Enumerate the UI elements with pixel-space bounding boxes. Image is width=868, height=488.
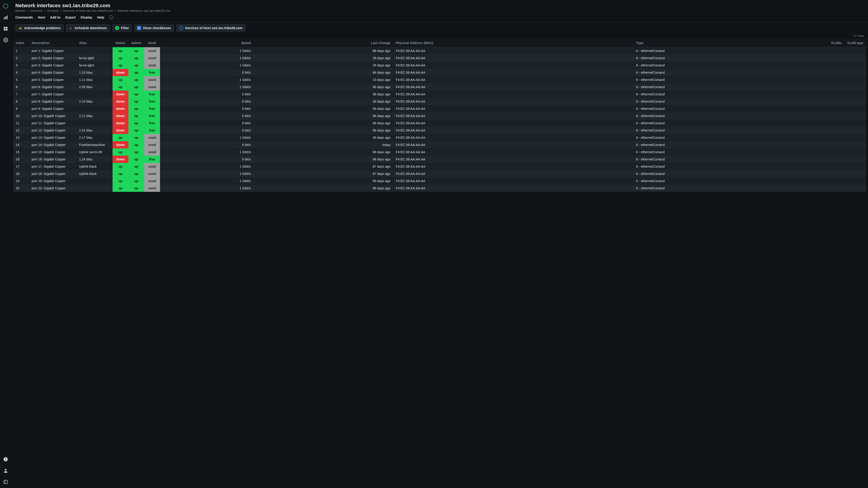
menubar: Commands Host Add to Export Display Help	[11, 13, 868, 22]
bars-icon[interactable]	[2, 13, 9, 21]
table-row[interactable]: 8port 8: Gigabit Copper2.10 blaudownupfr…	[13, 98, 866, 105]
cell-admin-label: up	[128, 105, 144, 112]
logo-icon[interactable]	[2, 2, 9, 10]
breadcrumb-item[interactable]: Network interfaces sw1.lan.tribe29.com	[118, 9, 170, 12]
cell-mac: F4:EC:38:AA:AA:AA	[393, 156, 633, 163]
breadcrumb-item[interactable]: Services of Host sw1.lan.tribe29.com	[63, 9, 113, 12]
cell-status: down	[113, 91, 128, 98]
th-type[interactable]: Type	[633, 39, 824, 47]
cell-vtype	[844, 105, 866, 112]
breadcrumb-item[interactable]: Overview	[30, 9, 43, 12]
table-wrap[interactable]: Index Description Alias Status Admin Use…	[11, 39, 868, 488]
cell-used: used	[144, 62, 160, 69]
menu-host[interactable]: Host	[38, 15, 45, 19]
cell-used-label: used	[144, 76, 160, 84]
th-alias[interactable]: Alias	[76, 39, 113, 47]
cell-admin-label: up	[128, 120, 144, 127]
cell-last: 96 days ago	[254, 112, 393, 120]
services-label: Services of Host sw1.lan.tribe29.com	[185, 26, 243, 30]
table-row[interactable]: 16port 16: Gigabit Copper1.24 blaudownup…	[13, 156, 866, 163]
cell-desc: port 9: Gigabit Copper	[29, 105, 76, 112]
info-icon[interactable]	[2, 455, 9, 463]
table-row[interactable]: 1port 1: Gigabit Copperupupused1 Gbit/s8…	[13, 47, 866, 55]
cell-speed: 1 Gbit/s	[160, 55, 254, 62]
menu-add-to[interactable]: Add to	[50, 15, 61, 19]
cell-vtype	[844, 141, 866, 149]
table-row[interactable]: 11port 11: Gigabit Copperdownupfree0 bit…	[13, 120, 866, 127]
table-row[interactable]: 6port 6: Gigabit Copper2.05 blauupupused…	[13, 84, 866, 91]
cell-vlans	[824, 185, 844, 192]
panel-icon[interactable]	[2, 478, 9, 486]
schedule-downtime-button[interactable]: Schedule downtimes	[66, 24, 110, 32]
th-vtype[interactable]: VLAN type	[844, 39, 866, 47]
cell-mac: F4:EC:38:AA:AA:AA	[393, 47, 633, 55]
th-speed[interactable]: Speed	[160, 39, 254, 47]
th-vlans[interactable]: VLANs	[824, 39, 844, 47]
menu-export[interactable]: Export	[65, 15, 76, 19]
cell-status-label: down	[113, 120, 128, 127]
table-row[interactable]: 9port 9: Gigabit Copperdownupfree0 bit/s…	[13, 105, 866, 112]
table-row[interactable]: 10port 10: Gigabit Copper2.11 blaudownup…	[13, 112, 866, 120]
user-icon[interactable]	[2, 467, 9, 475]
cell-status-label: up	[113, 163, 128, 170]
th-status[interactable]: Status	[113, 39, 128, 47]
menu-more-icon[interactable]	[109, 15, 113, 20]
cell-alias: 2.17 blau	[76, 134, 113, 141]
cell-vtype	[844, 55, 866, 62]
breadcrumb-sep: >	[44, 9, 46, 12]
cell-mac: F4:EC:38:AA:AA:AA	[393, 163, 633, 170]
table-row[interactable]: 12port 12: Gigabit Copper1.01 blaudownup…	[13, 127, 866, 134]
table-row[interactable]: 14port 14: Gigabit CopperFrankiermaschin…	[13, 141, 866, 149]
filter-button[interactable]: Filter	[112, 24, 132, 32]
table-row[interactable]: 3port 3: Gigabit Copperfw-ks-igb3upupuse…	[13, 62, 866, 69]
table-row[interactable]: 20port 20: Gigabit Copperupupused1 Gbit/…	[13, 185, 866, 192]
cell-type: 6 - ethernetCsmacd	[633, 141, 824, 149]
table-row[interactable]: 5port 5: Gigabit Copper1.11 blauupupused…	[13, 76, 866, 84]
cell-admin-label: up	[128, 185, 144, 192]
cell-vlans	[824, 105, 844, 112]
gear-icon[interactable]	[2, 36, 9, 44]
warning-icon	[18, 26, 22, 30]
cell-admin: up	[128, 156, 144, 163]
table-row[interactable]: 2port 2: Gigabit Copperfw-ks-igb0upupuse…	[13, 55, 866, 62]
menu-display[interactable]: Display	[81, 15, 92, 19]
th-mac[interactable]: Physical Address (MAC)	[393, 39, 633, 47]
table-row[interactable]: 4port 4: Gigabit Copper1.10 blaudownupfr…	[13, 69, 866, 76]
grid-icon[interactable]	[2, 25, 9, 33]
services-of-host-button[interactable]: Services of Host sw1.lan.tribe29.com	[176, 24, 246, 32]
cell-admin: up	[128, 84, 144, 91]
svg-rect-18	[116, 27, 118, 28]
cell-vlans	[824, 69, 844, 76]
cell-vtype	[844, 112, 866, 120]
table-row[interactable]: 18port 18: Gigabit CopperUplink-Rackupup…	[13, 170, 866, 177]
th-admin[interactable]: Admin	[128, 39, 144, 47]
table-row[interactable]: 19port 19: Gigabit Copperupupused1 Gbit/…	[13, 177, 866, 185]
interfaces-table: Index Description Alias Status Admin Use…	[13, 39, 866, 192]
table-row[interactable]: 17port 17: Gigabit CopperUplink-Rackupup…	[13, 163, 866, 170]
table-row[interactable]: 7port 7: Gigabit Copperdownupfree0 bit/s…	[13, 91, 866, 98]
cell-vtype	[844, 62, 866, 69]
main: Network interfaces sw1.lan.tribe29.com M…	[11, 0, 868, 488]
cell-index: 15	[13, 149, 29, 156]
menu-commands[interactable]: Commands	[16, 15, 33, 19]
menu-help[interactable]: Help	[97, 15, 104, 19]
th-description[interactable]: Description	[29, 39, 76, 47]
table-row[interactable]: 13port 13: Gigabit Copper2.17 blauupupus…	[13, 134, 866, 141]
cell-used: free	[144, 112, 160, 120]
breadcrumb-item[interactable]: Monitor	[16, 9, 26, 12]
cell-vtype	[844, 170, 866, 177]
cell-desc: port 13: Gigabit Copper	[29, 134, 76, 141]
table-row[interactable]: 15port 15: Gigabit CopperUplink sw-ks-06…	[13, 149, 866, 156]
ack-problems-button[interactable]: Acknowledge problems	[16, 24, 64, 32]
th-used[interactable]: Used	[144, 39, 160, 47]
cell-alias	[76, 185, 113, 192]
cell-type: 6 - ethernetCsmacd	[633, 112, 824, 120]
cell-desc: port 15: Gigabit Copper	[29, 149, 76, 156]
cell-admin-label: up	[128, 127, 144, 134]
cell-type: 6 - ethernetCsmacd	[633, 134, 824, 141]
th-index[interactable]: Index	[13, 39, 29, 47]
show-checkboxes-button[interactable]: Show checkboxes	[134, 24, 174, 32]
breadcrumb-item[interactable]: All hosts	[47, 9, 59, 12]
cell-last: 87 days ago	[254, 170, 393, 177]
th-last[interactable]: Last Change	[254, 39, 393, 47]
